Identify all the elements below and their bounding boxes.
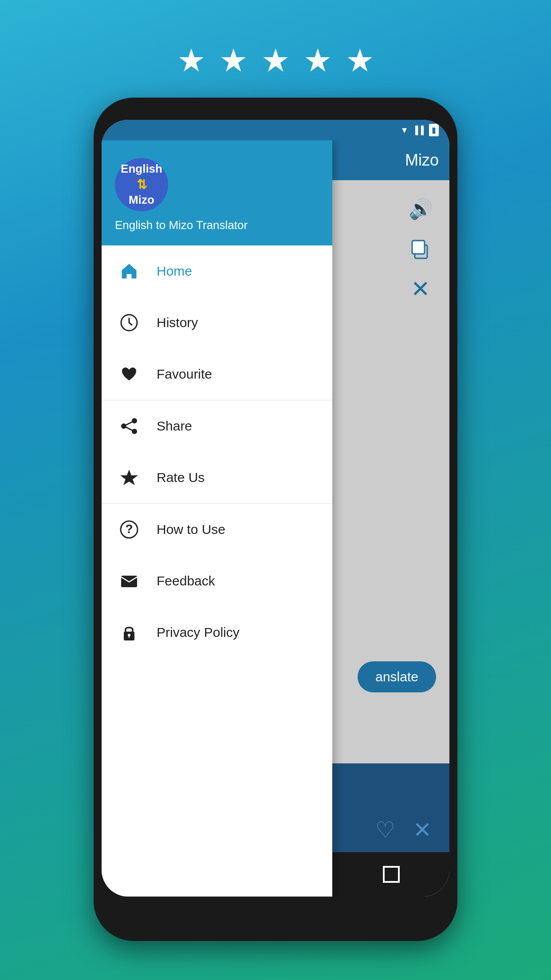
close-icon-bottom[interactable]: ✕ — [413, 817, 432, 843]
menu-group-2: Share Rate Us — [102, 400, 332, 503]
status-bar: ▾ ▐▐ ▮ — [102, 120, 449, 140]
phone-frame: ▾ ▐▐ ▮ Mizo k on 🔊 — [94, 98, 457, 941]
recents-button[interactable] — [376, 859, 407, 890]
copy-icon[interactable] — [405, 233, 436, 265]
menu-rate-label: Rate Us — [157, 470, 205, 485]
how-to-use-icon: ? — [118, 518, 141, 541]
svg-rect-1 — [412, 241, 425, 254]
menu-item-feedback[interactable]: Feedback — [102, 555, 332, 607]
menu-share-label: Share — [157, 419, 192, 434]
app-header-title: Mizo — [405, 151, 439, 170]
menu-item-how-to-use[interactable]: ? How to Use — [102, 504, 332, 555]
avatar-arrow: ⇅ — [137, 177, 147, 193]
translate-button-area[interactable]: anslate — [358, 661, 436, 692]
menu-how-to-use-label: How to Use — [157, 522, 225, 537]
favourite-icon — [118, 363, 141, 386]
menu-item-privacy-policy[interactable]: Privacy Policy — [102, 607, 332, 658]
translate-button[interactable]: anslate — [358, 661, 436, 692]
app-icon-column: 🔊 ✕ — [405, 194, 436, 304]
svg-rect-14 — [129, 636, 130, 638]
menu-group-3: ? How to Use — [102, 504, 332, 658]
privacy-policy-icon — [118, 621, 141, 644]
favourite-icon-bottom[interactable]: ♡ — [375, 817, 395, 843]
svg-line-7 — [124, 426, 134, 431]
menu-item-share[interactable]: Share — [102, 400, 332, 452]
avatar-line1: English — [121, 162, 162, 177]
svg-line-6 — [124, 421, 134, 426]
battery-icon: ▮ — [429, 124, 439, 136]
menu-favourite-label: Favourite — [157, 367, 212, 382]
drawer-menu: Home History — [102, 245, 332, 897]
share-icon — [118, 415, 141, 438]
star-1: ★ — [177, 44, 206, 76]
screen-body: Mizo k on 🔊 ✕ — [102, 140, 449, 897]
menu-item-history[interactable]: History — [102, 297, 332, 348]
drawer-header: English ⇅ Mizo English to Mizo Translato… — [102, 140, 332, 245]
avatar-line2: Mizo — [129, 193, 154, 208]
drawer-subtitle: English to Mizo Translator — [115, 218, 319, 232]
phone-screen: ▾ ▐▐ ▮ Mizo k on 🔊 — [102, 120, 449, 897]
menu-privacy-policy-label: Privacy Policy — [157, 625, 240, 640]
close-icon[interactable]: ✕ — [405, 273, 436, 304]
nav-drawer: English ⇅ Mizo English to Mizo Translato… — [102, 140, 332, 897]
svg-text:?: ? — [125, 522, 133, 536]
signal-icon: ▐▐ — [412, 126, 424, 135]
menu-home-label: Home — [157, 264, 192, 279]
feedback-icon — [118, 569, 141, 593]
menu-item-rate-us[interactable]: Rate Us — [102, 452, 332, 503]
history-icon — [118, 311, 141, 334]
svg-marker-8 — [120, 470, 138, 485]
menu-group-1: Home History — [102, 245, 332, 400]
speaker-icon[interactable]: 🔊 — [405, 194, 436, 225]
star-3: ★ — [261, 44, 290, 76]
menu-feedback-label: Feedback — [157, 573, 215, 589]
star-2: ★ — [219, 44, 248, 76]
menu-history-label: History — [157, 315, 198, 330]
rate-icon — [118, 466, 141, 489]
home-icon — [118, 260, 141, 283]
star-5: ★ — [346, 44, 374, 76]
star-4: ★ — [303, 44, 332, 76]
menu-item-home[interactable]: Home — [102, 245, 332, 297]
wifi-icon: ▾ — [402, 124, 407, 136]
stars-rating: ★ ★ ★ ★ ★ — [177, 44, 374, 76]
menu-item-favourite[interactable]: Favourite — [102, 348, 332, 400]
drawer-avatar: English ⇅ Mizo — [115, 158, 168, 211]
